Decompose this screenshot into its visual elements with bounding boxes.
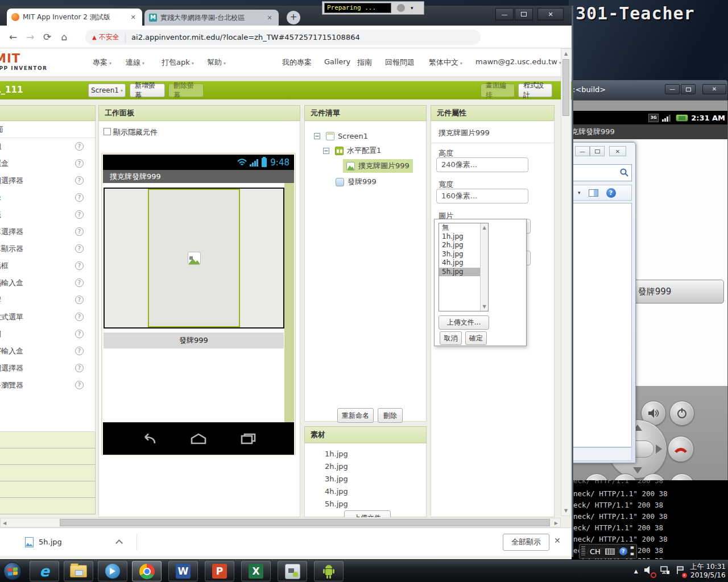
- explorer-content[interactable]: [573, 203, 632, 447]
- palette-item-listpicker[interactable]: 清單選擇器?: [0, 223, 95, 240]
- langbar-options-icon[interactable]: ▀▄: [631, 547, 634, 555]
- taskbar-sdk-manager[interactable]: [278, 561, 307, 581]
- nav-back-icon[interactable]: ←: [5, 31, 22, 43]
- image-option-list[interactable]: 無 1h.jpg 2h.jpg 3h.jpg 4h.jpg 5h.jpg ▲ ▼: [439, 223, 489, 311]
- power-button[interactable]: [669, 401, 694, 426]
- palette-item-checkbox[interactable]: 複選盒?: [0, 155, 95, 172]
- palette-item-slider[interactable]: 滑桿?: [0, 292, 95, 309]
- network-icon[interactable]: [660, 566, 670, 577]
- palette-item-datepicker[interactable]: 日期選擇器?: [0, 172, 95, 189]
- explorer-maximize-button[interactable]: [590, 146, 605, 156]
- download-bar-close-icon[interactable]: ✕: [554, 536, 561, 545]
- help-icon[interactable]: ?: [75, 244, 84, 253]
- menu-gallery[interactable]: Gallery: [324, 57, 350, 66]
- nav-reload-icon[interactable]: ⟳: [39, 31, 56, 43]
- nav-forward-icon[interactable]: →: [22, 31, 39, 43]
- media-file[interactable]: 2h.jpg: [325, 460, 348, 473]
- palette-item-switch[interactable]: 開關?: [0, 326, 95, 343]
- help-icon[interactable]: ?: [75, 364, 84, 372]
- palette-item-image[interactable]: 圖像?: [0, 189, 95, 206]
- scroll-up-icon[interactable]: ▲: [481, 225, 488, 230]
- vertical-scrollbar-thumb[interactable]: [562, 59, 569, 116]
- help-icon[interactable]: ?: [75, 296, 84, 304]
- taskbar-chrome-active[interactable]: [132, 561, 162, 581]
- help-icon[interactable]: ?: [75, 227, 84, 236]
- blocks-view-button[interactable]: 程式設計: [518, 84, 552, 97]
- explorer-dropdown-icon[interactable]: ▾: [578, 190, 581, 196]
- scroll-down-icon[interactable]: ▼: [481, 304, 488, 309]
- palette-item-spinner[interactable]: 下拉式選單?: [0, 309, 95, 326]
- tree-node-screen1[interactable]: − Screen1: [314, 130, 368, 142]
- palette-collapsed-section[interactable]: [0, 465, 96, 481]
- tree-node-button[interactable]: 發牌999: [336, 176, 377, 188]
- taskbar-clock[interactable]: 上午 10:31 2019/5/16: [690, 563, 726, 580]
- palette-item-timepicker[interactable]: 時間選擇器?: [0, 360, 95, 377]
- emulator-maximize-button[interactable]: [681, 84, 696, 94]
- poker-image-component-selected[interactable]: [148, 189, 240, 327]
- language-indicator[interactable]: CH: [590, 547, 601, 556]
- palette-item-listview[interactable]: 清單顯示器?: [0, 240, 95, 257]
- explorer-minimize-button[interactable]: —: [575, 146, 590, 156]
- tray-expand-icon[interactable]: ▲: [634, 568, 638, 574]
- scroll-left-icon[interactable]: ◀: [3, 521, 6, 526]
- rename-button[interactable]: 重新命名: [337, 408, 374, 423]
- phone-app-body[interactable]: 發牌999: [103, 183, 294, 422]
- media-file[interactable]: 3h.jpg: [325, 473, 348, 485]
- help-icon[interactable]: ?: [75, 381, 84, 389]
- taskbar-file-explorer[interactable]: [64, 561, 93, 581]
- tab-app-inventor[interactable]: MIT App Inventor 2 測試版 ✕: [7, 9, 142, 26]
- help-icon[interactable]: ?: [75, 313, 84, 321]
- height-input[interactable]: 240像素...: [436, 157, 528, 172]
- help-icon[interactable]: ?: [75, 159, 84, 168]
- help-icon[interactable]: ?: [75, 330, 84, 338]
- browser-minimize-button[interactable]: —: [495, 8, 514, 20]
- nav-home-icon[interactable]: ⌂: [56, 31, 73, 43]
- menu-account[interactable]: mawn@g2.usc.edu.tw▾: [475, 57, 561, 66]
- picker-upload-button[interactable]: 上傳文件...: [439, 315, 489, 330]
- langbar-grip[interactable]: [581, 546, 585, 556]
- palette-item-button[interactable]: 按鈕?: [0, 138, 95, 155]
- help-icon[interactable]: ?: [75, 176, 84, 185]
- delete-button[interactable]: 刪除: [378, 408, 403, 423]
- emulator-minimize-button[interactable]: —: [665, 84, 680, 94]
- palette-item-notifier[interactable]: 對話框?: [0, 257, 95, 275]
- tab-close-icon[interactable]: ✕: [129, 14, 138, 21]
- width-input[interactable]: 160像素...: [436, 189, 528, 203]
- menu-language[interactable]: 繁体中文▾: [429, 57, 462, 68]
- collapse-icon[interactable]: −: [314, 133, 320, 139]
- help-icon[interactable]: ?: [75, 278, 84, 287]
- show-hidden-checkbox[interactable]: [104, 128, 111, 135]
- help-icon[interactable]: ?: [75, 142, 84, 151]
- help-icon[interactable]: ?: [75, 261, 84, 270]
- palette-item-label-comp[interactable]: 標籤?: [0, 206, 95, 223]
- palette-item-webviewer[interactable]: 網路瀏覽器?: [0, 377, 95, 394]
- screen-selector[interactable]: Screen1▾: [88, 84, 126, 97]
- keyboard-icon[interactable]: [605, 548, 615, 555]
- scroll-right-icon[interactable]: ▶: [555, 521, 558, 526]
- palette-collapsed-section[interactable]: [0, 432, 96, 448]
- tab-close-icon[interactable]: ✕: [265, 14, 274, 22]
- scroll-up-icon[interactable]: ▲: [561, 51, 570, 56]
- menu-report-issue[interactable]: 回報問題: [385, 57, 415, 68]
- help-icon[interactable]: ?: [75, 347, 84, 355]
- browser-maximize-button[interactable]: [515, 8, 533, 20]
- horizontal-arrangement-component[interactable]: [104, 188, 284, 329]
- hangup-button[interactable]: [668, 436, 694, 462]
- horizontal-scrollbar[interactable]: ◀ ▶: [0, 518, 561, 527]
- horizontal-scrollbar-thumb[interactable]: [60, 519, 550, 526]
- nav-home-icon[interactable]: [189, 432, 208, 446]
- taskbar-word[interactable]: W: [168, 561, 198, 581]
- security-warning-icon[interactable]: ▲: [92, 34, 97, 40]
- new-tab-button[interactable]: +: [287, 11, 300, 24]
- preview-pane-icon[interactable]: [589, 189, 598, 197]
- picker-cancel-button[interactable]: 取消: [440, 331, 462, 345]
- langbar-help-icon[interactable]: ?: [619, 547, 627, 555]
- downloaded-file-name[interactable]: 5h.jpg: [39, 538, 62, 546]
- record-button[interactable]: [397, 4, 405, 12]
- explorer-search-input[interactable]: [573, 164, 632, 181]
- deal-button-component[interactable]: 發牌999: [104, 332, 284, 348]
- palette-collapsed-section[interactable]: [0, 448, 96, 465]
- menu-build-apk[interactable]: 打包apk▾: [162, 57, 194, 68]
- browser-close-button[interactable]: ✕: [537, 8, 564, 20]
- start-button[interactable]: [3, 562, 22, 580]
